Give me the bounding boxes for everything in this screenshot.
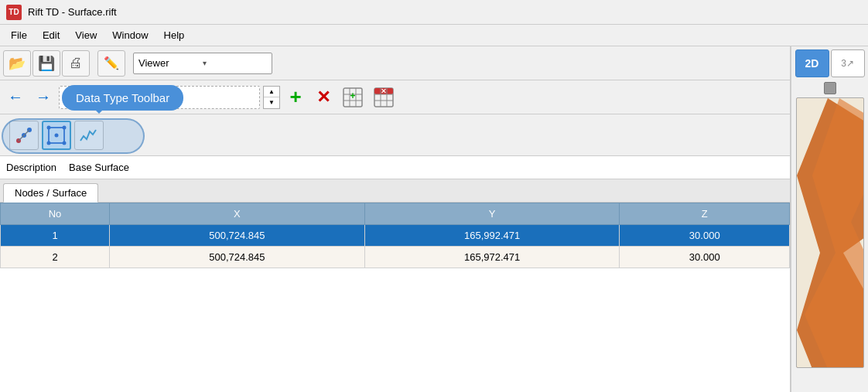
tab-bar: Nodes / Surface xyxy=(0,179,790,203)
view-3d-button[interactable]: 3↗ xyxy=(831,49,865,77)
svg-line-16 xyxy=(19,130,29,141)
nodes-table: No X Y Z 1500,724.845165,992.47130.00025… xyxy=(0,203,790,268)
col-y: Y xyxy=(364,203,620,225)
map-svg xyxy=(797,98,864,368)
spinner-down-icon[interactable]: ▼ xyxy=(264,97,279,108)
save-icon: 💾 xyxy=(38,55,55,72)
data-table[interactable]: No X Y Z 1500,724.845165,992.47130.00025… xyxy=(0,203,790,392)
view-3d-label: 3↗ xyxy=(841,58,854,69)
scatter-node-icon xyxy=(14,125,34,145)
cell-x: 500,724.845 xyxy=(110,225,365,247)
svg-point-22 xyxy=(55,133,59,137)
col-no: No xyxy=(1,203,110,225)
delete-button[interactable]: ✕ xyxy=(311,85,336,110)
tab-nodes-surface[interactable]: Nodes / Surface xyxy=(3,183,98,203)
description-value: Base Surface xyxy=(69,162,129,173)
svg-text:✕: ✕ xyxy=(381,87,387,95)
grid-delete-icon: ✕ xyxy=(373,87,395,108)
edit-button[interactable]: ✏️ xyxy=(97,50,125,77)
description-label: Description xyxy=(6,162,56,173)
scatter-node-button[interactable] xyxy=(9,121,39,150)
grid-delete-row-button[interactable]: ✕ xyxy=(370,85,398,110)
viewer-label: Viewer xyxy=(138,57,203,69)
print-icon: 🖨 xyxy=(69,55,83,71)
print-button[interactable]: 🖨 xyxy=(62,50,90,77)
add-button[interactable]: + xyxy=(283,85,308,110)
title-text: Rift TD - Surface.rift xyxy=(28,6,117,18)
surface-spinner[interactable]: ▲ ▼ xyxy=(263,86,280,109)
menu-edit[interactable]: Edit xyxy=(35,26,67,44)
chart-icon xyxy=(79,125,99,145)
data-type-toolbar-tooltip: Data Type Toolbar xyxy=(62,85,183,111)
menu-help[interactable]: Help xyxy=(156,26,193,44)
cell-z: 30.000 xyxy=(620,247,790,268)
table-body: 1500,724.845165,992.47130.0002500,724.84… xyxy=(1,225,790,268)
main-area: 📂 💾 🖨 ✏️ Viewer ▾ ← → 1: Base Surface xyxy=(0,46,868,392)
map-thumbnail xyxy=(796,97,864,368)
svg-text:+: + xyxy=(350,90,355,101)
description-bar: Description Base Surface xyxy=(0,156,790,179)
save-button[interactable]: 💾 xyxy=(32,50,60,77)
col-z: Z xyxy=(620,203,790,225)
view-buttons: 2D 3↗ xyxy=(795,49,865,79)
cell-y: 165,992.471 xyxy=(364,225,620,247)
nav-back-button[interactable]: ← xyxy=(3,86,28,109)
spinner-up-icon[interactable]: ▲ xyxy=(264,87,279,98)
right-panel: 2D 3↗ xyxy=(791,46,868,392)
cell-z: 30.000 xyxy=(620,225,790,247)
toolbar3: Data Type Toolbar xyxy=(0,114,790,156)
cell-no: 2 xyxy=(1,247,110,268)
menu-file[interactable]: File xyxy=(3,26,35,44)
table-header-row: No X Y Z xyxy=(1,203,790,225)
cell-x: 500,724.845 xyxy=(110,247,365,268)
nav-forward-button[interactable]: → xyxy=(31,86,56,109)
open-button[interactable]: 📂 xyxy=(3,50,31,77)
grid-add-icon: + xyxy=(342,87,364,108)
dropdown-arrow-icon: ▾ xyxy=(203,59,267,67)
col-x: X xyxy=(110,203,365,225)
toolbar1: 📂 💾 🖨 ✏️ Viewer ▾ xyxy=(0,46,790,80)
menu-view[interactable]: View xyxy=(67,26,104,44)
cell-no: 1 xyxy=(1,225,110,247)
viewer-dropdown[interactable]: Viewer ▾ xyxy=(133,53,272,74)
app-icon: TD xyxy=(6,5,22,20)
title-bar: TD Rift TD - Surface.rift xyxy=(0,0,868,25)
menu-bar: File Edit View Window Help xyxy=(0,25,868,46)
surface-node-button[interactable] xyxy=(42,121,71,150)
edit-icon: ✏️ xyxy=(104,56,119,70)
cell-y: 165,972.471 xyxy=(364,247,620,268)
folder-icon: 📂 xyxy=(9,55,26,72)
table-row[interactable]: 1500,724.845165,992.47130.000 xyxy=(1,225,790,247)
scroll-handle[interactable] xyxy=(824,82,836,94)
chart-node-button[interactable] xyxy=(74,121,104,150)
left-panel: 📂 💾 🖨 ✏️ Viewer ▾ ← → 1: Base Surface xyxy=(0,46,791,392)
menu-window[interactable]: Window xyxy=(104,26,155,44)
view-2d-button[interactable]: 2D xyxy=(795,49,829,77)
table-row[interactable]: 2500,724.845165,972.47130.000 xyxy=(1,247,790,268)
surface-node-icon xyxy=(46,125,67,145)
grid-add-row-button[interactable]: + xyxy=(339,85,367,110)
